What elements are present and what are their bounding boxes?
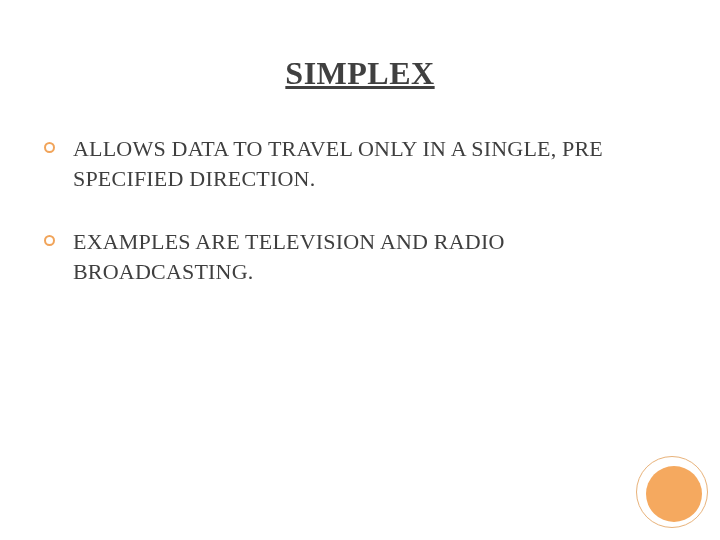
bullet-text: EXAMPLES ARE TELEVISION AND RADIO BROADC… [73, 227, 680, 286]
bullet-text: ALLOWS DATA TO TRAVEL ONLY IN A SINGLE, … [73, 134, 680, 193]
page-title: SIMPLEX [40, 55, 680, 92]
circle-icon [646, 466, 702, 522]
corner-decoration [640, 460, 702, 522]
bullet-ring-icon [44, 142, 55, 153]
list-item: EXAMPLES ARE TELEVISION AND RADIO BROADC… [44, 227, 680, 286]
ring-icon [636, 456, 708, 528]
list-item: ALLOWS DATA TO TRAVEL ONLY IN A SINGLE, … [44, 134, 680, 193]
bullet-list: ALLOWS DATA TO TRAVEL ONLY IN A SINGLE, … [40, 134, 680, 287]
bullet-ring-icon [44, 235, 55, 246]
slide: SIMPLEX ALLOWS DATA TO TRAVEL ONLY IN A … [0, 0, 720, 540]
